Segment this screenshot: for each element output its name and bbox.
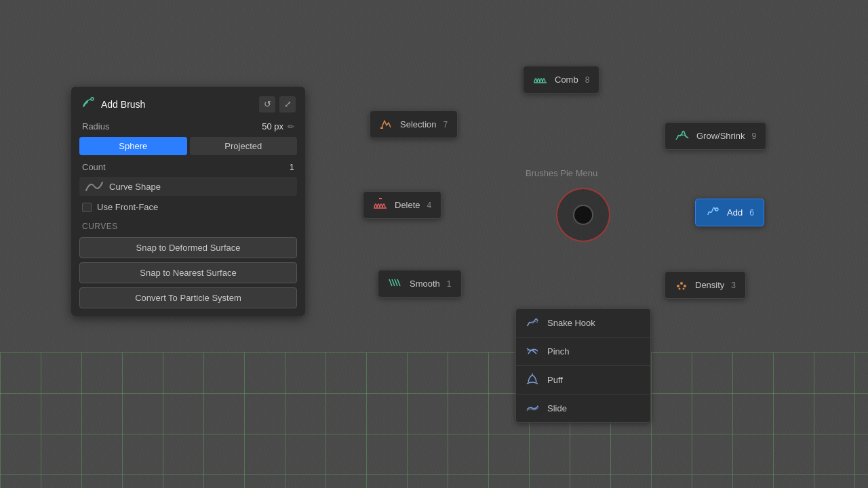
selection-button[interactable]: Selection 7 (370, 110, 458, 138)
puff-label: Puff (547, 375, 563, 385)
count-row: Count 1 (77, 159, 300, 175)
convert-particle-button[interactable]: Convert To Particle System (79, 287, 297, 308)
grow-shrink-label: Grow/Shrink (696, 131, 745, 141)
falloff-mode-row: Sphere Projected (79, 137, 297, 155)
puff-icon (526, 373, 539, 387)
density-button[interactable]: Density 3 (665, 271, 746, 299)
smooth-button[interactable]: Smooth 1 (378, 270, 462, 298)
selection-label: Selection (400, 119, 436, 129)
panel-header: Add Brush ↺ ⤢ (77, 92, 300, 119)
density-shortcut: 3 (731, 281, 736, 290)
svg-point-9 (680, 282, 683, 285)
grow-shrink-button[interactable]: Grow/Shrink 9 (665, 122, 766, 150)
snake-hook-icon (526, 316, 539, 330)
smooth-shortcut: 1 (447, 279, 452, 289)
svg-line-15 (395, 279, 397, 286)
curves-section-label: Curves (77, 219, 300, 235)
svg-marker-20 (537, 405, 539, 407)
svg-point-10 (684, 285, 686, 287)
snap-deformed-button[interactable]: Snap to Deformed Surface (79, 237, 297, 258)
add-icon (705, 205, 720, 220)
use-front-face-checkbox[interactable] (82, 203, 92, 212)
panel-title: Add Brush (81, 95, 145, 113)
brush-list: Snake Hook Pinch Puff (515, 308, 651, 423)
add-shortcut: 6 (749, 208, 754, 218)
smooth-icon (388, 277, 403, 291)
curve-shape-label: Curve Shape (109, 182, 161, 192)
delete-shortcut: 4 (427, 201, 432, 210)
svg-line-14 (392, 279, 395, 286)
snake-hook-item[interactable]: Snake Hook (516, 309, 650, 338)
comb-label: Comb (555, 75, 578, 85)
delete-icon (373, 198, 388, 212)
radius-row: Radius 50 px ✏ (77, 119, 300, 134)
svg-point-8 (677, 285, 679, 287)
density-label: Density (695, 280, 724, 290)
slide-icon (526, 401, 539, 415)
radius-value: 50 px ✏ (262, 121, 294, 131)
radius-label: Radius (82, 121, 109, 131)
count-label: Count (82, 162, 106, 172)
pinch-icon (526, 344, 539, 359)
expand-icon[interactable]: ⤢ (279, 96, 296, 113)
panel-header-controls: ↺ ⤢ (259, 96, 296, 113)
add-brush-icon (81, 95, 96, 113)
grow-shrink-shortcut: 9 (752, 131, 757, 141)
add-label: Add (727, 207, 743, 218)
slide-label: Slide (547, 403, 567, 413)
svg-line-16 (397, 279, 400, 286)
use-front-face-row: Use Front-Face (77, 198, 300, 216)
svg-line-13 (389, 279, 392, 286)
comb-shortcut: 8 (585, 75, 590, 85)
curve-shape-row[interactable]: Curve Shape (79, 177, 297, 196)
projected-button[interactable]: Projected (190, 137, 298, 155)
radius-edit-icon[interactable]: ✏ (288, 122, 294, 131)
snake-hook-label: Snake Hook (547, 318, 595, 328)
delete-label: Delete (395, 200, 420, 210)
grow-shrink-icon (675, 129, 690, 143)
density-icon (675, 278, 688, 292)
slide-item[interactable]: Slide (516, 394, 650, 422)
panel-title-text: Add Brush (101, 99, 145, 110)
pinch-item[interactable]: Pinch (516, 338, 650, 366)
delete-button[interactable]: Delete 4 (363, 191, 441, 219)
selection-shortcut: 7 (443, 120, 448, 129)
pinch-label: Pinch (547, 346, 570, 357)
puff-item[interactable]: Puff (516, 366, 650, 394)
use-front-face-label: Use Front-Face (97, 202, 158, 212)
selection-icon (380, 117, 393, 131)
count-value: 1 (290, 162, 294, 172)
add-button[interactable]: Add 6 (695, 199, 764, 226)
sphere-button[interactable]: Sphere (79, 137, 187, 155)
curve-shape-icon (85, 180, 104, 193)
svg-point-12 (683, 288, 685, 290)
svg-point-11 (679, 288, 681, 290)
snap-nearest-button[interactable]: Snap to Nearest Surface (79, 262, 297, 283)
left-panel: Add Brush ↺ ⤢ Radius 50 px ✏ Sphere Proj… (71, 87, 305, 316)
comb-button[interactable]: Comb 8 (523, 66, 599, 94)
comb-icon (533, 73, 548, 87)
smooth-label: Smooth (410, 279, 440, 289)
refresh-icon[interactable]: ↺ (259, 96, 275, 113)
